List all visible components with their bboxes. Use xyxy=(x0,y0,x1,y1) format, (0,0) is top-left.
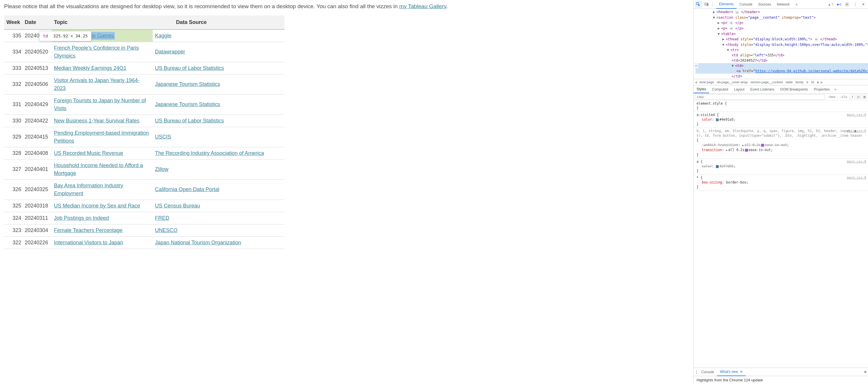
bc-item[interactable]: rticle.page xyxy=(698,80,716,84)
source-link[interactable]: The Recording Industry Association of Am… xyxy=(155,150,264,156)
drawer-kebab-icon[interactable]: ⋮ xyxy=(695,370,698,374)
tab-more[interactable]: » xyxy=(793,0,801,9)
cell-source: Kaggle xyxy=(153,30,284,42)
table-row: 33320240513Median Weekly Earnings 24Q1US… xyxy=(4,62,284,74)
cell-date: 20240408 xyxy=(23,147,52,159)
topic-link[interactable]: French People's Confidence in Paris Olym… xyxy=(54,45,139,59)
cell-date: 20240429 xyxy=(23,94,52,115)
topic-link[interactable]: New Business 1-Year Survival Rates xyxy=(54,118,139,124)
topic-link[interactable]: Pending Employment-based Immigration Pet… xyxy=(54,130,149,144)
cell-week: 326 xyxy=(4,179,23,200)
svg-rect-0 xyxy=(696,3,699,5)
cell-week: 323 xyxy=(4,224,23,236)
dom-tree[interactable]: ▶<header> … </header> ▼<section class="p… xyxy=(694,9,868,79)
cell-topic: International Visitors to Japan xyxy=(52,236,153,249)
styles-filter-input[interactable] xyxy=(695,94,825,100)
gear-icon[interactable] xyxy=(843,1,850,8)
device-icon[interactable] xyxy=(703,1,710,8)
cell-source: USCIS xyxy=(153,127,284,147)
inspect-icon[interactable] xyxy=(695,1,702,8)
gallery-link[interactable]: my Tableau Gallery xyxy=(399,3,446,9)
drawer-tab-whatsnew[interactable]: What's new ✕ xyxy=(717,368,746,376)
source-link[interactable]: Datawrapper xyxy=(155,49,185,55)
dom-href-link[interactable]: https://yudong-94.github.io/personal-web… xyxy=(755,69,868,73)
cell-topic: US Median Income by Sex and Race xyxy=(52,200,153,212)
cell-source: California Open Data Portal xyxy=(153,179,284,200)
source-link[interactable]: California Open Data Portal xyxy=(155,186,219,192)
table-row: 33120240429Foreign Tourists to Japan by … xyxy=(4,94,284,115)
drawer-tab-console[interactable]: Console xyxy=(698,368,717,376)
topic-link[interactable]: Female Teachers Percentage xyxy=(54,227,123,233)
bc-item[interactable]: tbody xyxy=(794,80,805,84)
source-link[interactable]: Japan National Tourism Organization xyxy=(155,240,241,245)
computed-icon[interactable]: ◫ xyxy=(856,95,861,99)
cell-date: 20240226 xyxy=(23,236,52,249)
cell-source: Japanese Tourism Statistics xyxy=(153,94,284,115)
warnings-badge[interactable]: ▲7 xyxy=(827,3,834,6)
cell-date: 20240401 xyxy=(23,159,52,179)
drawer: ⋮ Console What's new ✕ ✕ Highlights from… xyxy=(694,367,868,384)
source-link[interactable]: US Census Bureau xyxy=(155,203,200,209)
hov-toggle[interactable]: :hov xyxy=(826,95,837,99)
stab-layout[interactable]: Layout xyxy=(731,85,747,93)
col-week: Week xyxy=(4,16,23,30)
intro-paragraph: Please notice that all the visualization… xyxy=(4,2,689,11)
tab-network[interactable]: Network xyxy=(774,0,793,9)
source-link[interactable]: US Bureau of Labor Statistics xyxy=(155,65,224,71)
source-link[interactable]: USCIS xyxy=(155,134,171,140)
kebab-icon[interactable]: ⋮ xyxy=(851,1,859,8)
bc-item[interactable]: a xyxy=(815,80,820,84)
table-row: 33220240506Visitor Arrivals to Japan Yea… xyxy=(4,74,284,94)
bc-right-icon[interactable]: ▶ xyxy=(820,81,824,84)
devtools-panel: Elements Console Sources Network » ▲7 ■6… xyxy=(693,0,868,384)
topic-link[interactable]: US Recorded Music Revenue xyxy=(54,150,123,156)
cell-week: 334 xyxy=(4,42,23,62)
topic-link[interactable]: Visitor Arrivals to Japan Yearly 1964-20… xyxy=(54,78,140,91)
topic-link[interactable]: Median Weekly Earnings 24Q1 xyxy=(54,65,126,71)
stab-props[interactable]: Properties xyxy=(811,85,833,93)
sidebar-icon[interactable]: ▥ xyxy=(862,95,867,99)
issues-badge[interactable]: ■6 xyxy=(836,3,842,6)
bc-item[interactable]: tr xyxy=(805,80,810,84)
topic-link[interactable]: Bay Area Information Industry Employment xyxy=(54,183,123,197)
cell-date: 20240422 xyxy=(23,115,52,127)
stab-more-icon[interactable]: » xyxy=(833,85,838,93)
stab-listeners[interactable]: Event Listeners xyxy=(747,85,777,93)
styles-tabs: Styles Computed Layout Event Listeners D… xyxy=(694,85,868,93)
drawer-body: Highlights from the Chrome 124 update xyxy=(694,376,868,384)
source-link[interactable]: US Bureau of Labor Statistics xyxy=(155,118,224,124)
bc-item[interactable]: section.page__content xyxy=(749,80,784,84)
topic-link[interactable]: International Visitors to Japan xyxy=(54,240,123,245)
drawer-close-icon[interactable]: ✕ xyxy=(864,370,867,374)
bc-item[interactable]: div.page__inner-wrap xyxy=(716,80,749,84)
cls-toggle[interactable]: .cls xyxy=(838,95,849,99)
bc-item[interactable]: td xyxy=(810,80,815,84)
close-icon[interactable]: ✕ xyxy=(860,1,867,8)
tab-sources[interactable]: Sources xyxy=(755,0,774,9)
topic-link[interactable]: Job Postings on Indeed xyxy=(54,215,109,221)
tab-elements[interactable]: Elements xyxy=(716,0,737,9)
viz-table: Week Date Topic Data Source 33520240527T… xyxy=(4,16,284,249)
source-link[interactable]: Kaggle xyxy=(155,33,172,38)
bc-left-icon[interactable]: ◀ xyxy=(694,81,698,84)
stab-dombp[interactable]: DOM Breakpoints xyxy=(777,85,811,93)
cell-date: 20240311 xyxy=(23,212,52,224)
close-tab-icon[interactable]: ✕ xyxy=(740,370,743,374)
cell-date: 20240325 xyxy=(23,179,52,200)
stab-styles[interactable]: Styles xyxy=(694,85,709,93)
topic-link[interactable]: Household Income Needed to Afford a Mort… xyxy=(54,163,143,176)
source-link[interactable]: FRED xyxy=(155,215,169,221)
topic-link[interactable]: Foreign Tourists to Japan by Number of V… xyxy=(54,98,146,111)
cell-topic: Foreign Tourists to Japan by Number of V… xyxy=(52,94,153,115)
source-link[interactable]: Japanese Tourism Statistics xyxy=(155,101,220,107)
bc-item[interactable]: table xyxy=(784,80,794,84)
stab-computed[interactable]: Computed xyxy=(709,85,731,93)
cell-date: 20240415 xyxy=(23,127,52,147)
new-rule-icon[interactable]: + xyxy=(850,95,855,99)
styles-pane[interactable]: element.style {}main.css:6a:visited {col… xyxy=(694,100,868,367)
topic-link[interactable]: US Median Income by Sex and Race xyxy=(54,203,140,209)
source-link[interactable]: Zillow xyxy=(155,166,168,172)
source-link[interactable]: Japanese Tourism Statistics xyxy=(155,81,220,87)
tab-console[interactable]: Console xyxy=(737,0,755,9)
source-link[interactable]: UNESCO xyxy=(155,227,178,233)
